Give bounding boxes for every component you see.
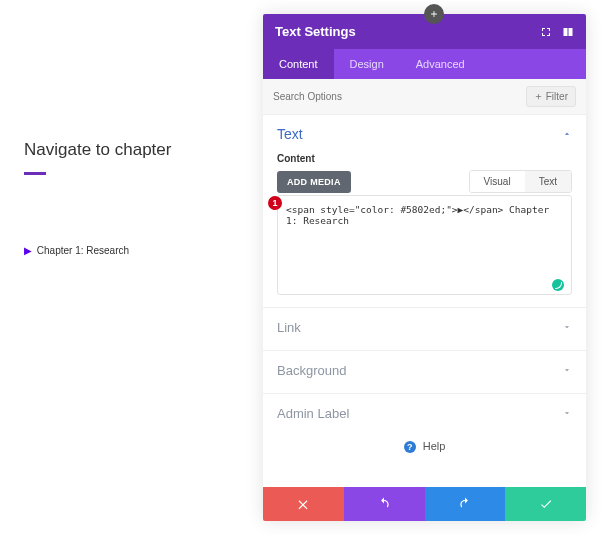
undo-button[interactable] xyxy=(344,487,425,521)
section-background-header[interactable]: Background xyxy=(277,351,572,385)
editor-tab-visual[interactable]: Visual xyxy=(470,171,525,192)
editor-tab-text[interactable]: Text xyxy=(525,171,571,192)
panel-body[interactable]: Text Content ADD MEDIA Visual Text 1 Lin… xyxy=(263,115,586,487)
content-editor-textarea[interactable] xyxy=(277,195,572,295)
save-button[interactable] xyxy=(505,487,586,521)
cancel-button[interactable] xyxy=(263,487,344,521)
preview-chapter-line: ▶ Chapter 1: Research xyxy=(24,245,224,256)
filter-button[interactable]: Filter xyxy=(526,86,576,107)
section-background-title: Background xyxy=(277,363,346,378)
preview-chapter-label: Chapter 1: Research xyxy=(37,245,129,256)
filter-label: Filter xyxy=(546,91,568,102)
search-row: Filter xyxy=(263,79,586,115)
chevron-down-icon xyxy=(562,404,572,422)
section-text-header[interactable]: Text xyxy=(277,115,572,149)
section-link-title: Link xyxy=(277,320,301,335)
expand-icon[interactable] xyxy=(540,26,552,38)
annotation-badge-1: 1 xyxy=(268,196,282,210)
text-settings-panel: Text Settings Content Design Advanced Fi… xyxy=(263,14,586,521)
redo-button[interactable] xyxy=(425,487,506,521)
section-link-header[interactable]: Link xyxy=(277,308,572,342)
panel-header-actions xyxy=(540,26,574,38)
tab-advanced[interactable]: Advanced xyxy=(400,49,481,79)
panel-footer xyxy=(263,487,586,521)
help-row[interactable]: ? Help xyxy=(277,428,572,457)
search-input[interactable] xyxy=(273,91,526,102)
panel-title: Text Settings xyxy=(275,24,540,39)
settings-tabs: Content Design Advanced xyxy=(263,49,586,79)
section-admin-label-title: Admin Label xyxy=(277,406,349,421)
add-module-handle[interactable] xyxy=(424,4,444,24)
help-label: Help xyxy=(423,440,446,452)
editor-toolbar: ADD MEDIA Visual Text xyxy=(277,170,572,193)
help-icon: ? xyxy=(404,441,416,453)
add-media-button[interactable]: ADD MEDIA xyxy=(277,171,351,193)
editor-mode-tabs: Visual Text xyxy=(469,170,572,193)
page-preview: Navigate to chapter ▶ Chapter 1: Researc… xyxy=(24,140,224,256)
tab-content[interactable]: Content xyxy=(263,49,334,79)
heading-underline xyxy=(24,172,46,175)
section-admin-label-header[interactable]: Admin Label xyxy=(277,394,572,428)
chevron-down-icon xyxy=(562,361,572,379)
triangle-right-icon: ▶ xyxy=(24,245,32,256)
tab-design[interactable]: Design xyxy=(334,49,400,79)
section-text-title: Text xyxy=(277,126,303,142)
preview-heading: Navigate to chapter xyxy=(24,140,224,160)
content-field-label: Content xyxy=(277,153,572,164)
editor-wrap: 1 xyxy=(277,195,572,299)
chevron-down-icon xyxy=(562,318,572,336)
grammarly-icon[interactable] xyxy=(552,279,564,291)
chevron-up-icon xyxy=(562,125,572,143)
pane-layout-icon[interactable] xyxy=(562,26,574,38)
